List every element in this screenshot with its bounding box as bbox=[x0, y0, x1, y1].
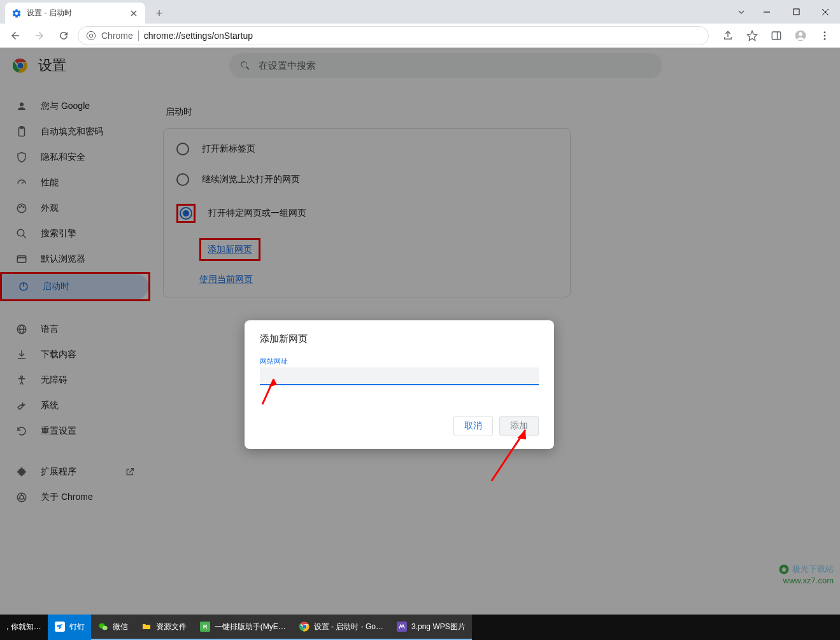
tab-title: 设置 - 启动时 bbox=[27, 8, 72, 18]
omnibox[interactable]: Chrome chrome://settings/onStartup bbox=[78, 26, 709, 45]
menu-icon[interactable] bbox=[815, 25, 835, 46]
close-window-button[interactable] bbox=[811, 0, 840, 24]
address-bar: Chrome chrome://settings/onStartup bbox=[0, 24, 840, 48]
annotation-arrow-icon bbox=[484, 427, 535, 484]
svg-point-2 bbox=[87, 31, 95, 39]
dialog-title: 添加新网页 bbox=[260, 333, 539, 345]
window-titlebar: 设置 - 启动时 + bbox=[0, 0, 840, 24]
url-input[interactable] bbox=[260, 367, 539, 385]
bookmark-icon[interactable] bbox=[742, 25, 762, 46]
taskbar-item-folder[interactable]: 资源文件 bbox=[134, 615, 193, 640]
close-tab-icon[interactable] bbox=[129, 8, 139, 18]
svg-point-7 bbox=[799, 32, 802, 36]
svg-point-3 bbox=[89, 34, 92, 37]
chrome-icon bbox=[299, 621, 310, 632]
taskbar-item-typeset[interactable]: R 一键排版助手(MyE… bbox=[193, 615, 292, 640]
taskbar-item-wechat[interactable]: 微信 bbox=[91, 615, 134, 640]
app-icon: R bbox=[199, 621, 211, 632]
tab-search-icon[interactable] bbox=[730, 0, 752, 24]
chrome-icon bbox=[86, 31, 96, 41]
taskbar-start-text[interactable]: , 你就知… bbox=[0, 615, 48, 640]
svg-point-44 bbox=[102, 626, 107, 630]
taskbar-item-chrome[interactable]: 设置 - 启动时 - Go… bbox=[292, 615, 390, 640]
svg-rect-1 bbox=[794, 9, 799, 15]
forward-button[interactable] bbox=[29, 25, 50, 46]
dingtalk-icon bbox=[54, 621, 66, 632]
svg-point-48 bbox=[303, 625, 306, 629]
folder-icon bbox=[141, 621, 152, 632]
omnibox-url: chrome://settings/onStartup bbox=[144, 31, 253, 41]
new-tab-button[interactable]: + bbox=[150, 4, 168, 22]
svg-point-10 bbox=[824, 38, 826, 39]
omnibox-origin: Chrome bbox=[101, 31, 133, 41]
svg-point-8 bbox=[824, 31, 826, 33]
taskbar-item-dingtalk[interactable]: 钉钉 bbox=[48, 615, 91, 640]
browser-tab[interactable]: 设置 - 启动时 bbox=[5, 3, 145, 24]
url-field-label: 网站网址 bbox=[260, 357, 539, 366]
share-icon[interactable] bbox=[718, 25, 738, 46]
profile-icon[interactable] bbox=[790, 25, 811, 46]
window-controls bbox=[730, 0, 840, 24]
back-button[interactable] bbox=[5, 25, 25, 46]
gear-icon bbox=[11, 8, 22, 18]
svg-point-9 bbox=[824, 34, 826, 36]
svg-text:R: R bbox=[203, 623, 207, 630]
svg-rect-4 bbox=[772, 32, 781, 39]
maximize-button[interactable] bbox=[781, 0, 811, 24]
wechat-icon bbox=[97, 621, 109, 632]
taskbar-item-wps[interactable]: 3.png WPS图片 bbox=[390, 615, 472, 640]
reload-button[interactable] bbox=[53, 25, 74, 46]
minimize-button[interactable] bbox=[752, 0, 781, 24]
annotation-arrow-icon bbox=[255, 376, 280, 408]
divider bbox=[138, 31, 139, 41]
wps-icon bbox=[396, 621, 408, 632]
svg-marker-40 bbox=[517, 430, 526, 439]
side-panel-icon[interactable] bbox=[766, 25, 787, 46]
windows-taskbar: , 你就知… 钉钉 微信 资源文件 R 一键排版助手(MyE… 设置 - 启动时… bbox=[0, 615, 840, 640]
